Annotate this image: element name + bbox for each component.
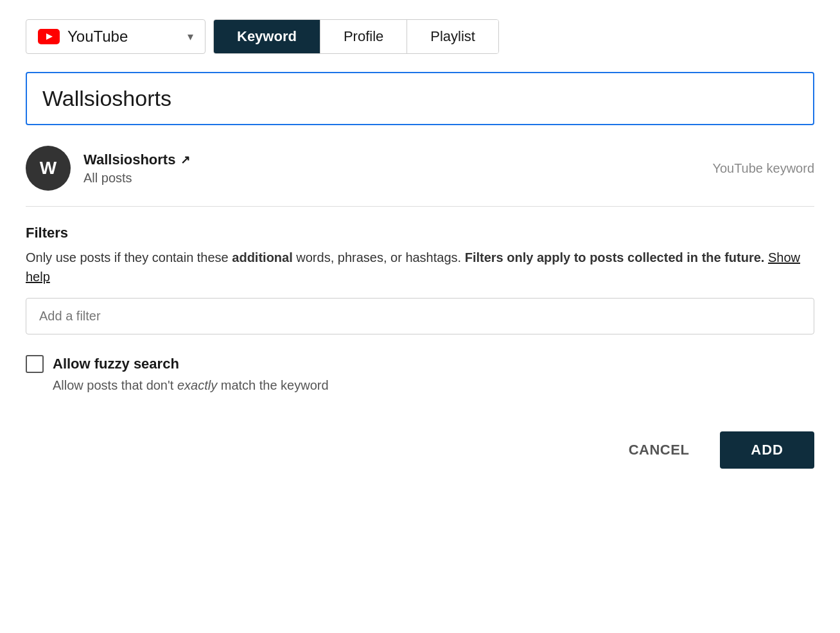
filters-desc-part2: words, phrases, or hashtags. [293,250,465,264]
fuzzy-desc-italic: exactly [177,378,217,392]
add-button[interactable]: ADD [720,431,814,469]
fuzzy-description: Allow posts that don't exactly match the… [53,378,814,393]
fuzzy-desc-part1: Allow posts that don't [53,378,177,392]
chevron-down-icon: ▾ [188,30,193,44]
top-bar: YouTube ▾ Keyword Profile Playlist [26,19,814,54]
fuzzy-desc-part2: match the keyword [217,378,328,392]
search-input-wrapper [26,72,814,125]
youtube-icon [38,29,60,44]
result-name: Wallsioshorts ↗ [83,152,699,168]
fuzzy-label-text: Allow fuzzy search [53,356,179,372]
cancel-button[interactable]: CANCEL [613,431,705,469]
fuzzy-checkbox[interactable] [26,355,44,373]
filters-section: Filters Only use posts if they contain t… [26,225,814,334]
filters-desc-bold1: additional [232,250,292,264]
tab-keyword[interactable]: Keyword [214,20,320,53]
tab-playlist[interactable]: Playlist [407,20,498,53]
filters-desc-bold2: Filters only apply to posts collected in… [465,250,765,264]
bottom-actions: CANCEL ADD [26,431,814,469]
divider [26,206,814,207]
search-input[interactable] [42,86,798,111]
result-sub: All posts [83,171,699,186]
avatar-letter: W [40,158,57,178]
filters-desc-part1: Only use posts if they contain these [26,250,232,264]
fuzzy-section: Allow fuzzy search Allow posts that don'… [26,355,814,393]
result-info: Wallsioshorts ↗ All posts [83,152,699,186]
platform-selector[interactable]: YouTube ▾ [26,19,206,54]
external-link-icon[interactable]: ↗ [180,153,190,167]
filter-input-wrapper [26,298,814,334]
filters-description: Only use posts if they contain these add… [26,248,814,286]
fuzzy-label[interactable]: Allow fuzzy search [26,355,814,373]
tabs-container: Keyword Profile Playlist [213,19,499,54]
result-item: W Wallsioshorts ↗ All posts YouTube keyw… [26,146,814,191]
platform-label: YouTube [67,28,128,46]
tab-profile[interactable]: Profile [320,20,407,53]
avatar: W [26,146,71,191]
filter-input[interactable] [39,309,801,324]
result-type: YouTube keyword [712,161,814,176]
filters-title: Filters [26,225,814,241]
